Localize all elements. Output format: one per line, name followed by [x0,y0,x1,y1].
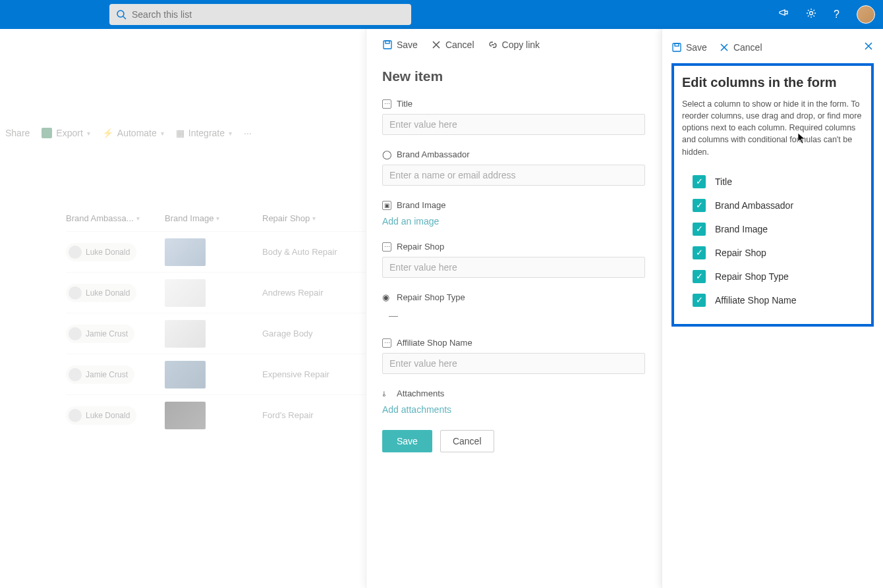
search-input[interactable] [132,9,405,20]
field-ambassador: ◯Brand Ambassador [382,149,645,186]
top-bar: ? [0,0,883,29]
cancel-button[interactable]: Cancel [440,430,494,452]
help-icon[interactable]: ? [834,9,840,20]
close-icon [719,42,729,53]
panel-save-button[interactable]: Save [382,40,418,50]
edit-columns-panel: Save Cancel Edit columns in the form Sel… [662,29,883,588]
integrate-button[interactable]: ▦Integrate▾ [176,128,232,138]
edit-save-button[interactable]: Save [671,42,707,53]
close-panel-button[interactable] [863,41,874,54]
column-item-repair-shop-type[interactable]: ✓ Repair Shop Type [682,265,863,288]
field-brand-image: ▣Brand Image Add an image [382,200,645,227]
link-icon [488,40,498,50]
edit-panel-commands: Save Cancel [671,41,874,54]
gear-icon[interactable] [806,8,816,21]
text-field-icon: ⋯ [382,242,391,252]
field-repair-shop: ⋯Repair Shop [382,242,645,278]
column-item-repair-shop[interactable]: ✓ Repair Shop [682,241,863,265]
table-row[interactable]: Luke Donald Andrews Repair [66,272,369,313]
add-attachments-link[interactable]: Add attachments [382,404,451,415]
more-button[interactable]: ··· [244,128,252,138]
form-buttons: Save Cancel [382,430,645,452]
image-icon: ▣ [382,201,391,210]
field-attachments: ⫰Attachments Add attachments [382,388,645,415]
text-field-icon: ⋯ [382,338,391,348]
list-header: Brand Ambassa...▾ Brand Image▾ Repair Sh… [66,213,369,231]
automate-button[interactable]: ⚡Automate▾ [102,128,164,138]
highlight-box: Edit columns in the form Select a column… [671,63,874,327]
field-repair-shop-type: ◉Repair Shop Type — [382,292,645,323]
command-bar: Share Export▾ ⚡Automate▾ ▦Integrate▾ ··· [5,128,252,138]
ambassador-input[interactable] [382,165,645,186]
checkbox-checked-icon[interactable]: ✓ [693,223,706,236]
edit-cancel-button[interactable]: Cancel [719,42,762,53]
checkbox-checked-icon[interactable]: ✓ [693,199,706,212]
table-row[interactable]: Luke Donald Body & Auto Repair [66,231,369,272]
table-row[interactable]: Luke Donald Ford's Repair [66,394,369,435]
repair-shop-text: Ford's Repair [262,410,368,420]
col-image[interactable]: Brand Image▾ [165,213,262,223]
automate-icon: ⚡ [102,128,113,138]
table-row[interactable]: Jamie Crust Garage Body [66,313,369,354]
column-item-affiliate-shop-name[interactable]: ✓ Affiliate Shop Name [682,288,863,312]
chevron-down-icon: ▾ [216,215,219,222]
field-title: ⋯Title [382,99,645,135]
chevron-down-icon: ▾ [87,130,90,137]
save-button[interactable]: Save [382,430,432,452]
person-avatar-icon [69,368,82,381]
edit-columns-description: Select a column to show or hide it in th… [682,98,863,158]
col-ambassador[interactable]: Brand Ambassa...▾ [66,213,165,223]
panel-copy-link-button[interactable]: Copy link [488,40,540,50]
checkbox-checked-icon[interactable]: ✓ [693,294,706,307]
svg-line-1 [123,16,126,19]
svg-point-0 [117,11,124,17]
panel-command-bar: Save Cancel Copy link [382,40,645,50]
column-item-brand-image[interactable]: ✓ Brand Image [682,217,863,241]
panel-title: New item [382,68,645,84]
brand-image-thumb [165,238,206,266]
chevron-down-icon: ▾ [161,130,164,137]
repair-shop-text: Expensive Repair [262,369,368,379]
export-button[interactable]: Export▾ [42,128,90,138]
brand-image-thumb [165,402,206,429]
svg-rect-6 [675,43,679,46]
table-row[interactable]: Jamie Crust Expensive Repair [66,354,369,394]
brand-image-thumb [165,361,206,388]
search-icon [116,9,127,20]
share-button[interactable]: Share [5,128,30,138]
save-icon [671,42,682,53]
column-item-title[interactable]: ✓ Title [682,170,863,194]
chevron-down-icon: ▾ [136,215,140,222]
person-avatar-icon [69,286,82,300]
column-item-brand-ambassador[interactable]: ✓ Brand Ambassador [682,194,863,217]
close-icon [431,40,442,50]
checkbox-checked-icon[interactable]: ✓ [693,246,706,259]
affiliate-shop-input[interactable] [382,353,645,374]
title-input[interactable] [382,114,645,135]
avatar[interactable] [857,5,875,24]
repair-shop-text: Garage Body [262,329,368,338]
checkbox-checked-icon[interactable]: ✓ [693,175,706,188]
chevron-down-icon: ▾ [312,215,316,222]
person-pill: Luke Donald [66,406,136,425]
megaphone-icon[interactable] [778,8,789,21]
repair-shop-input[interactable] [382,257,645,278]
text-field-icon: ⋯ [382,99,391,109]
col-shop[interactable]: Repair Shop▾ [262,213,368,223]
list-table: Brand Ambassa...▾ Brand Image▾ Repair Sh… [66,213,369,435]
search-box[interactable] [109,4,411,25]
svg-rect-5 [673,43,681,51]
person-pill: Luke Donald [66,284,136,302]
repair-type-value[interactable]: — [382,307,645,323]
new-item-panel: Save Cancel Copy link New item ⋯Title ◯B… [366,29,661,588]
checkbox-checked-icon[interactable]: ✓ [693,270,706,283]
person-avatar-icon [69,246,82,259]
field-affiliate-shop: ⋯Affiliate Shop Name [382,338,645,374]
person-avatar-icon [69,327,82,340]
brand-image-thumb [165,279,206,307]
add-image-link[interactable]: Add an image [382,216,439,227]
edit-columns-title: Edit columns in the form [682,75,863,90]
person-pill: Jamie Crust [66,325,134,343]
svg-rect-4 [385,41,389,43]
panel-cancel-button[interactable]: Cancel [431,40,474,50]
